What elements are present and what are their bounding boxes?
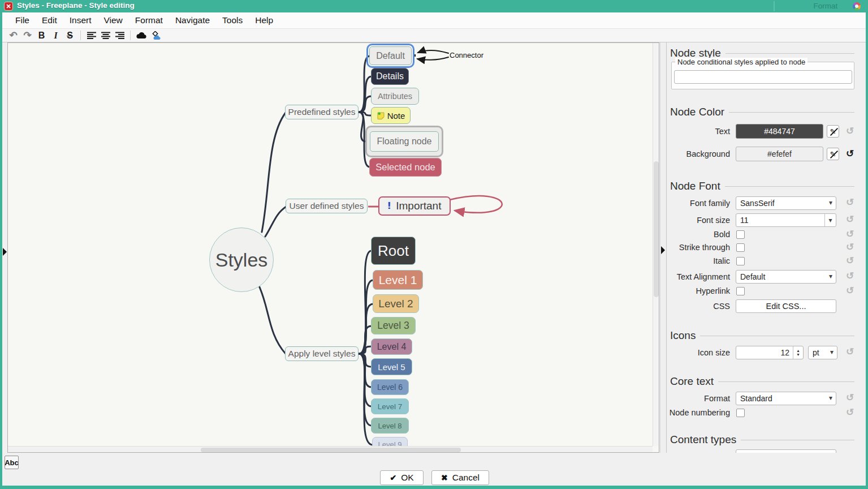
node-important[interactable]: ! Important <box>378 196 451 216</box>
node-styles-root[interactable]: Styles <box>209 228 274 292</box>
panel-divider[interactable] <box>660 42 666 453</box>
node-floating-node[interactable]: Floating node <box>370 131 439 152</box>
selection-ring: Default <box>366 44 414 68</box>
text-color-swatch[interactable]: #484747 <box>736 124 823 139</box>
hyperlink-checkbox[interactable] <box>736 287 745 295</box>
chevron-down-icon: ▾ <box>830 348 834 356</box>
reset-text-color-icon[interactable]: ↺ <box>846 126 854 137</box>
conditional-styles-group: Node conditional styles applied to node <box>671 62 854 89</box>
text-color-label: Text <box>667 124 730 139</box>
menu-bar: File Edit Insert View Format Navigate To… <box>2 12 866 29</box>
dialog-footer: Abc ✔ OK ✖ Cancel <box>2 453 866 486</box>
content-types-heading: Content types <box>670 434 736 446</box>
node-level-5[interactable]: Level 5 <box>371 358 412 375</box>
map-vertical-scrollbar-thumb[interactable] <box>654 161 659 297</box>
menu-insert[interactable]: Insert <box>63 14 98 27</box>
reset-bold-icon[interactable]: ↺ <box>846 229 854 240</box>
icon-size-spinner[interactable]: 12 ▴▾ <box>736 346 804 359</box>
clear-text-color-button[interactable]: ✎ <box>827 125 839 138</box>
menu-view[interactable]: View <box>97 14 128 27</box>
conditional-styles-input[interactable] <box>674 70 852 84</box>
align-left-icon[interactable] <box>85 29 98 41</box>
font-size-combo[interactable]: 11 ▾ <box>736 213 836 227</box>
format-select[interactable]: Standard ▾ <box>736 392 836 405</box>
node-selected-node[interactable]: Selected node <box>369 158 442 177</box>
node-level-3[interactable]: Level 3 <box>371 317 416 334</box>
node-attributes[interactable]: Attributes <box>371 88 419 105</box>
menu-format[interactable]: Format <box>129 14 169 27</box>
node-details[interactable]: Details <box>371 68 409 85</box>
format-panel: Node style Node conditional styles appli… <box>666 42 866 453</box>
node-level-4[interactable]: Level 4 <box>371 338 412 355</box>
reset-italic-icon[interactable]: ↺ <box>846 255 854 267</box>
reset-numbering-icon[interactable]: ↺ <box>846 407 854 418</box>
align-center-icon[interactable] <box>99 29 112 41</box>
node-default[interactable]: Default <box>369 46 412 65</box>
bold-icon[interactable]: B <box>35 29 48 41</box>
font-family-select[interactable]: SansSerif ▾ <box>736 196 836 210</box>
reset-font-family-icon[interactable]: ↺ <box>846 197 854 208</box>
abc-button[interactable]: Abc <box>5 456 19 469</box>
reset-strike-icon[interactable]: ↺ <box>846 242 854 253</box>
clear-background-color-button[interactable]: ✎ <box>827 148 839 160</box>
strike-through-checkbox[interactable] <box>736 243 745 252</box>
text-alignment-select[interactable]: Default ▾ <box>736 270 836 284</box>
cancel-button[interactable]: ✖ Cancel <box>431 470 489 485</box>
redo-icon[interactable]: ↷ <box>21 29 34 41</box>
node-level-8[interactable]: Level 8 <box>371 418 409 434</box>
collapse-panel-handle[interactable] <box>661 246 665 254</box>
reset-background-color-icon[interactable]: ↺ <box>846 148 854 160</box>
map-horizontal-scrollbar-thumb[interactable] <box>201 448 461 452</box>
menu-help[interactable]: Help <box>249 14 279 27</box>
icons-heading: Icons <box>670 329 696 342</box>
spinner-arrows-icon[interactable]: ▴▾ <box>793 346 803 359</box>
node-level-6[interactable]: Level 6 <box>371 379 409 395</box>
node-note[interactable]: Note <box>371 107 411 124</box>
menu-edit[interactable]: Edit <box>36 14 63 27</box>
node-level-1[interactable]: Level 1 <box>373 270 423 290</box>
menu-tools[interactable]: Tools <box>216 14 249 27</box>
map-vertical-scrollbar[interactable] <box>653 43 659 446</box>
node-numbering-checkbox[interactable] <box>736 409 745 417</box>
reset-font-size-icon[interactable]: ↺ <box>846 214 854 225</box>
reset-alignment-icon[interactable]: ↺ <box>846 271 854 282</box>
node-color-heading: Node Color <box>670 106 724 118</box>
edit-css-button[interactable]: Edit CSS... <box>736 299 836 313</box>
strikethrough-icon[interactable]: S <box>63 29 76 41</box>
freeplane-style-dialog: ✕ Styles - Freeplane - Style editing For… <box>0 0 868 489</box>
font-size-label: Font size <box>667 213 730 227</box>
node-root-level[interactable]: Root <box>371 237 416 265</box>
menu-file[interactable]: File <box>9 14 36 27</box>
reset-format-icon[interactable]: ↺ <box>846 392 854 404</box>
expand-left-panel-handle[interactable] <box>3 248 7 256</box>
align-right-icon[interactable] <box>113 29 126 41</box>
conditional-styles-label: Node conditional styles applied to node <box>675 58 807 66</box>
undo-icon[interactable]: ↶ <box>7 29 20 41</box>
reset-hyperlink-icon[interactable]: ↺ <box>846 285 854 297</box>
ok-button[interactable]: ✔ OK <box>380 470 424 485</box>
cloud-icon[interactable] <box>135 29 148 41</box>
node-apply-level-styles[interactable]: Apply level styles <box>285 346 359 361</box>
mindmap-canvas[interactable]: Styles Predefined styles User defined st… <box>8 43 652 446</box>
background-color-swatch[interactable]: #efefef <box>736 147 823 161</box>
app-window-icon: ✕ <box>4 2 13 11</box>
bold-label: Bold <box>667 230 730 239</box>
bold-checkbox[interactable] <box>736 230 745 239</box>
format-paint-icon[interactable] <box>149 29 162 41</box>
italic-checkbox[interactable] <box>736 257 745 265</box>
freeplane-logo-icon <box>853 2 861 10</box>
format-panel-tab[interactable]: Format <box>803 2 848 10</box>
icon-size-unit-select[interactable]: pt ▾ <box>808 346 837 359</box>
node-level-2[interactable]: Level 2 <box>373 294 419 313</box>
node-numbering-label: Node numbering <box>667 408 730 418</box>
menu-navigate[interactable]: Navigate <box>169 14 216 27</box>
node-predefined-styles[interactable]: Predefined styles <box>285 105 359 119</box>
window-border-right <box>866 12 868 489</box>
node-level-7[interactable]: Level 7 <box>371 398 409 414</box>
connector-label[interactable]: Connector <box>450 51 483 59</box>
strike-through-label: Strike through <box>667 243 730 252</box>
italic-icon[interactable]: I <box>49 29 62 41</box>
reset-icon-size-icon[interactable]: ↺ <box>846 346 854 358</box>
node-user-defined-styles[interactable]: User defined styles <box>286 199 368 213</box>
map-horizontal-scrollbar[interactable] <box>8 446 653 453</box>
